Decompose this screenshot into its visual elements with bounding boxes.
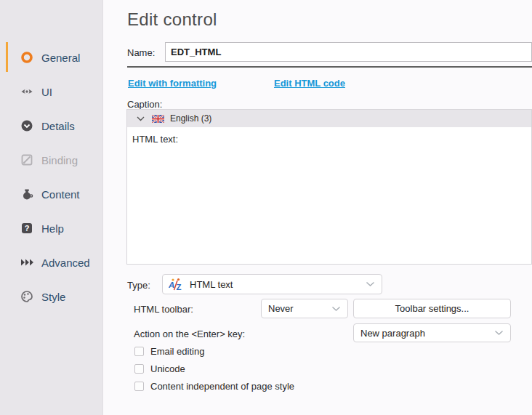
toolbar-settings-button[interactable]: Toolbar settings... — [353, 299, 511, 318]
details-icon — [20, 118, 34, 133]
sidebar-item-label: Details — [41, 120, 75, 132]
general-circle-icon — [20, 50, 34, 65]
svg-text:Z: Z — [177, 283, 182, 291]
checkbox-unchecked[interactable] — [134, 347, 144, 356]
eye-icon — [20, 84, 34, 99]
sidebar-item-advanced[interactable]: Advanced — [0, 251, 102, 273]
content-independent-checkbox-row[interactable]: Content independent of page style — [134, 381, 294, 392]
sidebar-item-label: UI — [41, 86, 52, 98]
sidebar-item-label: Help — [41, 222, 64, 235]
html-toolbar-label: HTML toolbar: — [134, 304, 193, 315]
az-type-icon: AZ — [169, 278, 183, 291]
svg-text:A: A — [169, 281, 174, 289]
flask-icon — [20, 187, 34, 201]
binding-icon — [20, 153, 34, 167]
edit-control-dialog: General UI Details Binding Content — [0, 0, 532, 415]
checkbox-label: Email editing — [150, 346, 204, 357]
caption-text-input[interactable]: HTML text: — [127, 127, 531, 264]
checkbox-label: Content independent of page style — [150, 381, 294, 392]
sidebar: General UI Details Binding Content — [0, 0, 103, 415]
caption-text-value: HTML text: — [132, 134, 178, 145]
caption-language-header[interactable]: English (3) — [127, 110, 531, 128]
edit-html-code-link[interactable]: Edit HTML code — [274, 78, 345, 89]
checkbox-label: Unicode — [150, 363, 185, 374]
sidebar-item-label: Advanced — [41, 257, 90, 269]
unicode-checkbox-row[interactable]: Unicode — [134, 363, 185, 374]
sidebar-item-label: Binding — [41, 154, 78, 166]
chevrons-icon — [20, 255, 34, 270]
type-label: Type: — [127, 280, 150, 291]
edit-with-formatting-link[interactable]: Edit with formatting — [128, 78, 217, 89]
sidebar-item-ui[interactable]: UI — [0, 81, 102, 102]
sidebar-item-content[interactable]: Content — [0, 183, 102, 205]
page-title: Edit control — [127, 9, 217, 30]
sidebar-item-style[interactable]: Style — [0, 286, 102, 307]
sidebar-item-label: General — [41, 52, 80, 64]
uk-flag-icon — [152, 115, 164, 123]
checkbox-unchecked[interactable] — [134, 382, 144, 391]
name-label: Name: — [127, 47, 155, 58]
caption-language-label: English (3) — [170, 113, 211, 124]
sidebar-item-details[interactable]: Details — [0, 115, 102, 137]
checkbox-unchecked[interactable] — [134, 364, 144, 374]
chevron-down-icon — [331, 306, 341, 312]
type-combo-value: HTML text — [183, 279, 366, 290]
sidebar-item-label: Style — [41, 291, 65, 303]
name-input[interactable] — [165, 42, 532, 62]
chevron-down-icon — [366, 281, 375, 287]
enter-key-label: Action on the <Enter> key: — [134, 329, 245, 339]
sidebar-item-help[interactable]: ? Help — [0, 217, 102, 239]
type-combo[interactable]: AZ HTML text — [162, 274, 382, 294]
caption-label: Caption: — [127, 99, 162, 110]
help-icon: ? — [20, 221, 34, 235]
svg-text:?: ? — [25, 224, 30, 233]
chevron-down-icon — [494, 330, 504, 336]
palette-icon — [20, 289, 34, 304]
sidebar-item-binding[interactable]: Binding — [0, 149, 102, 171]
sidebar-item-general[interactable]: General — [0, 47, 102, 68]
html-toolbar-combo[interactable]: Never — [261, 299, 348, 318]
caption-panel: English (3) HTML text: — [126, 109, 532, 265]
enter-key-combo-value: New paragraph — [354, 328, 494, 339]
sidebar-item-label: Content — [41, 188, 80, 201]
chevron-down-icon — [137, 116, 145, 121]
enter-key-combo[interactable]: New paragraph — [353, 323, 511, 342]
name-row-separator — [127, 66, 532, 68]
html-toolbar-combo-value: Never — [262, 303, 331, 314]
email-editing-checkbox-row[interactable]: Email editing — [134, 346, 204, 357]
